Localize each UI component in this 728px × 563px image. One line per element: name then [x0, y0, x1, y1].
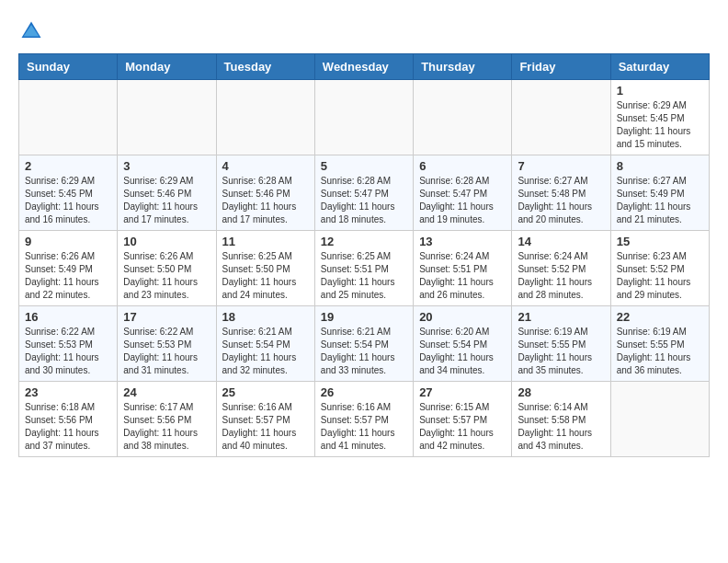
calendar-cell	[414, 80, 512, 155]
day-number: 24	[123, 385, 210, 399]
calendar-week-row: 2Sunrise: 6:29 AM Sunset: 5:45 PM Daylig…	[19, 155, 710, 231]
day-number: 16	[25, 310, 111, 324]
logo-icon	[18, 18, 44, 44]
day-number: 25	[222, 385, 309, 399]
day-number: 6	[419, 159, 506, 173]
weekday-header-saturday: Saturday	[610, 54, 709, 80]
calendar-cell: 26Sunrise: 6:16 AM Sunset: 5:57 PM Dayli…	[314, 382, 413, 457]
day-number: 8	[617, 159, 703, 173]
calendar-cell	[19, 80, 118, 155]
day-info: Sunrise: 6:22 AM Sunset: 5:53 PM Dayligh…	[123, 326, 210, 377]
day-number: 23	[25, 385, 111, 399]
calendar-cell	[512, 80, 610, 155]
calendar-header-row: SundayMondayTuesdayWednesdayThursdayFrid…	[19, 54, 710, 80]
calendar-cell: 5Sunrise: 6:28 AM Sunset: 5:47 PM Daylig…	[314, 155, 413, 231]
day-info: Sunrise: 6:25 AM Sunset: 5:51 PM Dayligh…	[321, 250, 407, 302]
calendar-cell: 13Sunrise: 6:24 AM Sunset: 5:51 PM Dayli…	[414, 231, 512, 306]
day-info: Sunrise: 6:29 AM Sunset: 5:46 PM Dayligh…	[123, 175, 210, 226]
day-info: Sunrise: 6:24 AM Sunset: 5:51 PM Dayligh…	[419, 250, 506, 302]
calendar-cell	[314, 80, 413, 155]
day-info: Sunrise: 6:20 AM Sunset: 5:54 PM Dayligh…	[419, 326, 506, 377]
day-info: Sunrise: 6:23 AM Sunset: 5:52 PM Dayligh…	[617, 250, 703, 302]
day-number: 4	[222, 159, 309, 173]
calendar-cell: 23Sunrise: 6:18 AM Sunset: 5:56 PM Dayli…	[19, 382, 118, 457]
weekday-header-monday: Monday	[118, 54, 216, 80]
calendar-cell: 14Sunrise: 6:24 AM Sunset: 5:52 PM Dayli…	[512, 231, 610, 306]
calendar-cell: 24Sunrise: 6:17 AM Sunset: 5:56 PM Dayli…	[118, 382, 216, 457]
day-number: 12	[321, 235, 407, 248]
day-number: 22	[617, 310, 703, 324]
calendar-week-row: 1Sunrise: 6:29 AM Sunset: 5:45 PM Daylig…	[19, 80, 710, 155]
calendar-cell: 12Sunrise: 6:25 AM Sunset: 5:51 PM Dayli…	[314, 231, 413, 306]
day-number: 7	[518, 159, 604, 173]
day-info: Sunrise: 6:29 AM Sunset: 5:45 PM Dayligh…	[617, 99, 703, 151]
calendar-cell: 16Sunrise: 6:22 AM Sunset: 5:53 PM Dayli…	[19, 306, 118, 382]
day-info: Sunrise: 6:16 AM Sunset: 5:57 PM Dayligh…	[222, 401, 309, 453]
calendar-cell: 10Sunrise: 6:26 AM Sunset: 5:50 PM Dayli…	[118, 231, 216, 306]
calendar-cell: 3Sunrise: 6:29 AM Sunset: 5:46 PM Daylig…	[118, 155, 216, 231]
weekday-header-tuesday: Tuesday	[216, 54, 314, 80]
calendar-cell: 27Sunrise: 6:15 AM Sunset: 5:57 PM Dayli…	[414, 382, 512, 457]
day-info: Sunrise: 6:26 AM Sunset: 5:50 PM Dayligh…	[123, 250, 210, 302]
day-number: 18	[222, 310, 309, 324]
day-number: 1	[617, 84, 703, 98]
day-info: Sunrise: 6:16 AM Sunset: 5:57 PM Dayligh…	[321, 401, 407, 453]
page-header	[18, 18, 710, 44]
calendar-cell: 19Sunrise: 6:21 AM Sunset: 5:54 PM Dayli…	[314, 306, 413, 382]
day-info: Sunrise: 6:24 AM Sunset: 5:52 PM Dayligh…	[518, 250, 604, 302]
calendar-cell: 1Sunrise: 6:29 AM Sunset: 5:45 PM Daylig…	[610, 80, 709, 155]
day-info: Sunrise: 6:25 AM Sunset: 5:50 PM Dayligh…	[222, 250, 309, 302]
day-info: Sunrise: 6:26 AM Sunset: 5:49 PM Dayligh…	[25, 250, 111, 302]
calendar-week-row: 16Sunrise: 6:22 AM Sunset: 5:53 PM Dayli…	[19, 306, 710, 382]
day-number: 10	[123, 235, 210, 248]
calendar-cell: 6Sunrise: 6:28 AM Sunset: 5:47 PM Daylig…	[414, 155, 512, 231]
day-info: Sunrise: 6:28 AM Sunset: 5:46 PM Dayligh…	[222, 175, 309, 226]
day-number: 21	[518, 310, 604, 324]
calendar-cell: 25Sunrise: 6:16 AM Sunset: 5:57 PM Dayli…	[216, 382, 314, 457]
calendar-cell: 28Sunrise: 6:14 AM Sunset: 5:58 PM Dayli…	[512, 382, 610, 457]
calendar-cell	[118, 80, 216, 155]
day-number: 14	[518, 235, 604, 248]
day-number: 27	[419, 385, 506, 399]
calendar-cell: 11Sunrise: 6:25 AM Sunset: 5:50 PM Dayli…	[216, 231, 314, 306]
day-info: Sunrise: 6:29 AM Sunset: 5:45 PM Dayligh…	[25, 175, 111, 226]
calendar-cell: 2Sunrise: 6:29 AM Sunset: 5:45 PM Daylig…	[19, 155, 118, 231]
calendar-cell: 20Sunrise: 6:20 AM Sunset: 5:54 PM Dayli…	[414, 306, 512, 382]
calendar-cell: 9Sunrise: 6:26 AM Sunset: 5:49 PM Daylig…	[19, 231, 118, 306]
calendar-cell: 15Sunrise: 6:23 AM Sunset: 5:52 PM Dayli…	[610, 231, 709, 306]
day-info: Sunrise: 6:17 AM Sunset: 5:56 PM Dayligh…	[123, 401, 210, 453]
day-number: 3	[123, 159, 210, 173]
calendar-cell: 21Sunrise: 6:19 AM Sunset: 5:55 PM Dayli…	[512, 306, 610, 382]
day-number: 20	[419, 310, 506, 324]
weekday-header-wednesday: Wednesday	[314, 54, 413, 80]
day-number: 11	[222, 235, 309, 248]
day-number: 17	[123, 310, 210, 324]
calendar-cell: 4Sunrise: 6:28 AM Sunset: 5:46 PM Daylig…	[216, 155, 314, 231]
calendar-cell: 17Sunrise: 6:22 AM Sunset: 5:53 PM Dayli…	[118, 306, 216, 382]
day-info: Sunrise: 6:18 AM Sunset: 5:56 PM Dayligh…	[25, 401, 111, 453]
weekday-header-thursday: Thursday	[414, 54, 512, 80]
day-number: 19	[321, 310, 407, 324]
calendar-cell	[216, 80, 314, 155]
calendar-cell: 18Sunrise: 6:21 AM Sunset: 5:54 PM Dayli…	[216, 306, 314, 382]
weekday-header-sunday: Sunday	[19, 54, 118, 80]
day-number: 28	[518, 385, 604, 399]
day-number: 9	[25, 235, 111, 248]
calendar-cell: 8Sunrise: 6:27 AM Sunset: 5:49 PM Daylig…	[610, 155, 709, 231]
day-info: Sunrise: 6:27 AM Sunset: 5:49 PM Dayligh…	[617, 175, 703, 226]
day-info: Sunrise: 6:14 AM Sunset: 5:58 PM Dayligh…	[518, 401, 604, 453]
day-info: Sunrise: 6:22 AM Sunset: 5:53 PM Dayligh…	[25, 326, 111, 377]
day-info: Sunrise: 6:15 AM Sunset: 5:57 PM Dayligh…	[419, 401, 506, 453]
day-number: 2	[25, 159, 111, 173]
day-info: Sunrise: 6:28 AM Sunset: 5:47 PM Dayligh…	[419, 175, 506, 226]
day-info: Sunrise: 6:19 AM Sunset: 5:55 PM Dayligh…	[617, 326, 703, 377]
calendar-week-row: 23Sunrise: 6:18 AM Sunset: 5:56 PM Dayli…	[19, 382, 710, 457]
day-info: Sunrise: 6:21 AM Sunset: 5:54 PM Dayligh…	[222, 326, 309, 377]
day-number: 26	[321, 385, 407, 399]
day-info: Sunrise: 6:28 AM Sunset: 5:47 PM Dayligh…	[321, 175, 407, 226]
calendar-week-row: 9Sunrise: 6:26 AM Sunset: 5:49 PM Daylig…	[19, 231, 710, 306]
weekday-header-friday: Friday	[512, 54, 610, 80]
calendar-cell: 22Sunrise: 6:19 AM Sunset: 5:55 PM Dayli…	[610, 306, 709, 382]
calendar-cell: 7Sunrise: 6:27 AM Sunset: 5:48 PM Daylig…	[512, 155, 610, 231]
day-number: 15	[617, 235, 703, 248]
